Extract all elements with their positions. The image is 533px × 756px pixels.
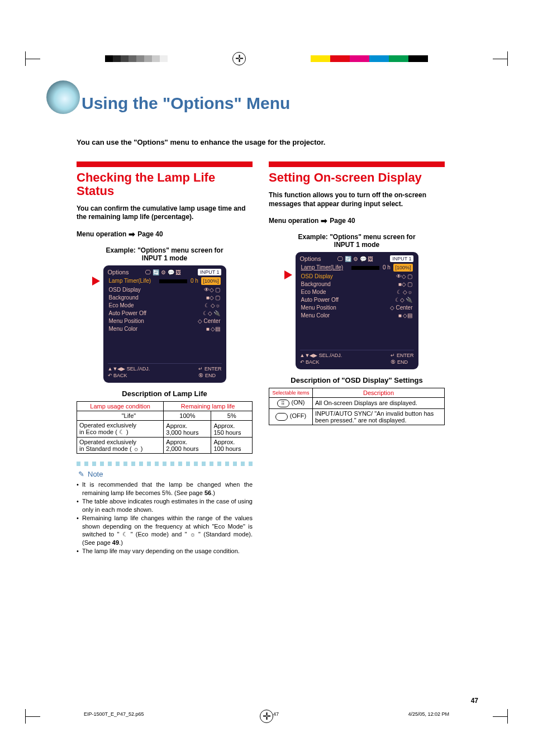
crop-mark-br	[493, 709, 508, 724]
osd-row-background: Background■◇ ▢	[300, 280, 414, 288]
grayscale-bars	[105, 55, 168, 62]
heading-line-1: Checking the Lamp Life	[77, 170, 215, 184]
example-label-l1: Example: "Options" menu screen for	[106, 246, 223, 254]
osd-lamp-hours: 0 h	[383, 264, 391, 270]
osd-screenshot-lamp: Options 🖵 🔄 ⚙ 💬 🖼 INPUT 1 Lamp Timer(Lif…	[103, 265, 226, 383]
crop-mark-bl	[25, 709, 40, 724]
osd-lamp-hours: 0 h	[191, 278, 198, 284]
section-heading-osd: Setting On-screen Display	[269, 171, 445, 184]
osd-progress-bar	[159, 279, 187, 283]
note-heading: ✎ Note	[77, 469, 253, 478]
osd-row-auto-power-off: Auto Power Off☾◇ 🔌	[300, 296, 414, 304]
example-label: Example: "Options" menu screen for INPUT…	[77, 246, 253, 262]
osd-on-icon: ⠿	[277, 400, 289, 407]
osd-lamp-label: Lamp Timer(Life)	[109, 277, 151, 285]
list-item: Remaining lamp life changes within the r…	[77, 514, 253, 546]
th-remaining: Remaining lamp life	[164, 402, 253, 411]
section-desc: This function allows you to turn off the…	[269, 191, 445, 209]
lamp-life-table: Lamp usage condition Remaining lamp life…	[77, 401, 253, 454]
crop-mark-tl	[25, 51, 40, 66]
osd-footer-end: ⦿ END	[198, 373, 221, 378]
lamp-desc-title: Description of Lamp Life	[77, 389, 253, 398]
osd-row-menu-position: Menu Position◇ Center	[108, 317, 222, 325]
osd-lamp-label: Lamp Timer(Life)	[301, 264, 344, 272]
example-label-l2: INPUT 1 mode	[142, 254, 187, 262]
note-divider	[77, 462, 253, 466]
menu-operation-ref: Menu operation ➡ Page 40	[77, 230, 253, 239]
registration-marks-top	[0, 51, 533, 66]
section-desc: You can confirm the cumulative lamp usag…	[77, 205, 253, 222]
registration-target-icon	[260, 710, 273, 723]
osd-footer-back: ↶ BACK	[300, 359, 342, 365]
arrow-icon: ➡	[129, 230, 135, 239]
osd-input-badge: INPUT 1	[198, 269, 221, 275]
th-lamp-usage: Lamp usage condition	[77, 402, 164, 411]
heading-line-2: Status	[77, 184, 114, 198]
osd-row-menu-position: Menu Position◇ Center	[300, 304, 414, 312]
osd-footer-enter: ↵ ENTER	[198, 366, 221, 372]
registration-marks-bottom	[0, 709, 533, 724]
osd-row-osd-display: OSD Display👁◇ ▢	[108, 286, 222, 294]
osd-title: Options	[300, 255, 321, 262]
osd-footer-back: ↶ BACK	[108, 373, 150, 378]
arrow-icon: ➡	[321, 216, 327, 225]
osd-screenshot-display: Options 🖵 🔄 ⚙ 💬 🖼 INPUT 1 Lamp Timer(Lif…	[296, 252, 418, 369]
osd-progress-bar	[351, 266, 379, 270]
section-divider	[269, 161, 445, 167]
osd-footer-sel: ▲▼◀▶ SEL./ADJ.	[108, 366, 150, 372]
th-100: 100%	[164, 411, 211, 421]
th-selectable: Selectable items	[269, 388, 313, 398]
osd-off-icon	[275, 413, 288, 421]
list-item: It is recommended that the lamp be chang…	[77, 481, 253, 497]
osd-desc-title: Description of "OSD Display" Settings	[269, 376, 445, 384]
menu-operation-ref: Menu operation ➡ Page 40	[269, 216, 445, 225]
osd-row-eco-mode: Eco Mode☾ ◇☼	[300, 288, 414, 296]
note-icon: ✎	[77, 469, 85, 478]
crop-mark-tr	[493, 51, 508, 66]
th-description: Description	[313, 388, 445, 398]
table-row: Operated exclusively in Standard mode ( …	[77, 438, 253, 454]
osd-lamp-pct: [100%]	[393, 264, 412, 272]
osd-footer-end: ⦿ END	[391, 359, 413, 365]
osd-row-auto-power-off: Auto Power Off☾◇ 🔌	[108, 310, 222, 317]
osd-footer: ▲▼◀▶ SEL./ADJ. ↶ BACK ↵ ENTER ⦿ END	[108, 363, 222, 378]
example-label: Example: "Options" menu screen for INPUT…	[269, 233, 445, 249]
osd-row-lamp-timer: Lamp Timer(Life) 0 h [100%]	[108, 277, 222, 285]
page-title: Using the "Options" Menu	[82, 94, 290, 113]
red-pointer-icon	[284, 270, 292, 279]
table-row: ⠿(ON) All On-screen Displays are display…	[269, 398, 445, 408]
registration-target-icon	[232, 52, 246, 65]
osd-footer: ▲▼◀▶ SEL./ADJ. ↶ BACK ↵ ENTER ⦿ END	[300, 350, 414, 365]
table-row: Operated exclusively in Eco mode ( ☾ ) A…	[77, 421, 253, 438]
osd-row-osd-display: OSD Display👁◇ ▢	[300, 273, 414, 280]
example-label-l1: Example: "Options" menu screen for	[298, 233, 415, 241]
menu-op-page: Page 40	[330, 217, 355, 225]
osd-row-desc: INPUT/AUTO SYNC/ "An invalid button has …	[313, 408, 445, 425]
osd-row-eco-mode: Eco Mode☾ ◇☼	[108, 302, 222, 310]
osd-row-desc: All On-screen Displays are displayed.	[313, 398, 445, 408]
osd-footer-sel: ▲▼◀▶ SEL./ADJ.	[300, 353, 342, 358]
osd-title: Options	[108, 269, 129, 275]
list-item: The lamp life may vary depending on the …	[77, 547, 253, 555]
page-number: 47	[471, 697, 478, 705]
section-heading-lamp-life: Checking the Lamp Life Status	[77, 171, 253, 198]
osd-row-menu-color: Menu Color■ ◇▤	[108, 325, 222, 333]
th-5: 5%	[211, 411, 253, 421]
table-row: (OFF) INPUT/AUTO SYNC/ "An invalid butto…	[269, 408, 445, 425]
color-bars	[311, 55, 428, 62]
section-divider	[77, 161, 253, 167]
intro-text: You can use the "Options" menu to enhanc…	[77, 138, 468, 146]
th-life: "Life"	[94, 411, 164, 421]
menu-op-page: Page 40	[137, 230, 163, 238]
osd-row-background: Background■◇ ▢	[108, 294, 222, 302]
menu-op-label: Menu operation	[77, 230, 126, 238]
osd-row-menu-color: Menu Color■ ◇▤	[300, 312, 414, 320]
red-pointer-icon	[92, 277, 100, 286]
osd-footer-enter: ↵ ENTER	[391, 353, 413, 358]
example-label-l2: INPUT 1 mode	[334, 241, 379, 249]
osd-tab-icons: 🖵 🔄 ⚙ 💬 🖼	[337, 256, 373, 262]
notes-list: It is recommended that the lamp be chang…	[77, 481, 253, 555]
osd-input-badge: INPUT 1	[390, 255, 413, 262]
title-bullet-icon	[46, 80, 80, 114]
note-label-text: Note	[88, 470, 103, 478]
